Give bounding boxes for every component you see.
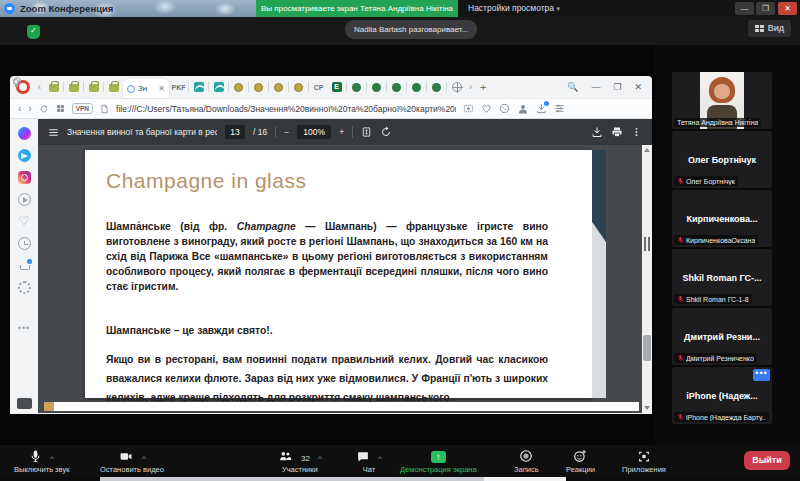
apps-button[interactable]: Приложения [622, 448, 666, 474]
chat-chevron[interactable]: ^ [378, 455, 382, 463]
speed-dial-icon[interactable] [56, 104, 65, 113]
telegram-icon[interactable] [18, 149, 31, 162]
zoom-out-button[interactable]: − [284, 127, 289, 137]
scrollbar-thumb[interactable] [643, 335, 651, 361]
profile-icon[interactable] [517, 103, 529, 115]
page-number-input[interactable]: 13 [225, 125, 245, 139]
participant-tile[interactable]: Дмитрий Резни... Дмитрий Резниченко [672, 308, 772, 365]
snapshot-icon[interactable] [463, 103, 474, 114]
browser-restore-button[interactable]: ❐ [607, 82, 627, 92]
participant-name-center: Дмитрий Резни... [672, 332, 772, 342]
tab-dot-icon[interactable] [428, 80, 445, 95]
downloads-icon[interactable] [536, 103, 547, 114]
tab-coin-icon[interactable] [250, 80, 267, 95]
stop-video-button[interactable]: ^ Остановить видео [100, 448, 164, 474]
participant-tile[interactable]: ••• iPhone (Надеж... iPhone (Надежда Бар… [672, 367, 772, 424]
vpn-badge[interactable]: VPN [72, 103, 93, 114]
pdf-menu-icon[interactable] [48, 127, 59, 138]
chat-button[interactable]: ^ Чат [356, 448, 382, 474]
downloads-tray-icon[interactable] [18, 259, 31, 272]
search-tabs-icon[interactable]: 🔍 [561, 82, 584, 92]
tab-chart-icon[interactable] [210, 80, 227, 95]
rotate-icon[interactable] [380, 126, 392, 138]
security-shield-icon[interactable] [27, 25, 40, 39]
scroll-down-arrow[interactable] [644, 406, 650, 410]
tab-globe-icon[interactable] [448, 80, 465, 95]
tab-coin-icon[interactable] [290, 80, 307, 95]
download-icon[interactable] [591, 126, 603, 138]
tab-scroll-left-icon[interactable]: ‹ [35, 82, 44, 92]
restore-button[interactable]: ❐ [756, 2, 775, 15]
tab-cp[interactable]: CP [310, 80, 327, 95]
tab-sheet-icon[interactable]: E [328, 80, 345, 95]
tab-pkf[interactable]: PKF [170, 80, 187, 95]
scroll-up-arrow[interactable] [644, 148, 650, 152]
windows-taskbar-edge [0, 477, 800, 481]
participant-tile[interactable]: Кирпиченкова... КирпиченковаОксана [672, 190, 772, 247]
instagram-icon[interactable] [18, 171, 31, 184]
participants-button[interactable]: 32^ Участники [278, 448, 322, 474]
mute-button[interactable]: ^ Выключить звук [14, 448, 69, 474]
view-settings-menu[interactable]: Настройки просмотра ▾ [468, 0, 560, 17]
video-options-chevron[interactable]: ^ [142, 455, 146, 463]
tab-dot-icon[interactable] [348, 80, 365, 95]
tab-close-icon[interactable]: ✕ [158, 84, 165, 93]
more-options-icon[interactable] [631, 126, 642, 138]
tab-shopping-icon[interactable] [105, 80, 122, 95]
bookmarks-heart-icon[interactable]: ♡ [18, 215, 31, 228]
reactions-button[interactable]: Реакции [566, 448, 595, 474]
tab-coin-icon[interactable] [270, 80, 287, 95]
sidebar-more-icon[interactable]: ••• [18, 325, 31, 338]
tab-chart-icon[interactable] [190, 80, 207, 95]
participant-tile[interactable]: Тетяна Андріївна Нікітіна [672, 72, 772, 129]
zoom-in-button[interactable]: + [339, 127, 344, 137]
pdf-page-area[interactable]: Champagne in glass Шампа́нське (від фр. … [38, 145, 652, 413]
print-icon[interactable] [611, 126, 623, 138]
back-icon[interactable]: ‹ [18, 104, 21, 114]
browser-minimize-button[interactable]: — [585, 82, 606, 92]
workspace-thumbnail[interactable] [17, 398, 32, 409]
participant-nametag: iPhone (Надежда Барту.. [674, 412, 769, 422]
tab-shopping-icon[interactable] [85, 80, 102, 95]
participant-tile[interactable]: Shkil Roman ГС-... Shkil Roman ГС-1-8 [672, 249, 772, 306]
bookmark-heart-icon[interactable] [481, 103, 492, 114]
player-icon[interactable] [18, 193, 31, 206]
tab-coin-icon[interactable] [230, 80, 247, 95]
share-screen-button[interactable]: ↑ Демонстрация экрана [400, 448, 477, 474]
forward-icon[interactable]: › [28, 104, 31, 114]
tab-shopping-icon[interactable] [65, 80, 82, 95]
tab-dot-icon[interactable] [408, 80, 425, 95]
browser-close-button[interactable]: ✕ [628, 82, 648, 92]
participants-chevron[interactable]: ^ [318, 455, 322, 463]
record-icon [519, 449, 533, 463]
zoom-level-input[interactable]: 100% [297, 125, 331, 139]
active-tab-label: Зн [138, 84, 147, 93]
tab-dot-icon[interactable] [368, 80, 385, 95]
view-button[interactable]: Вид [748, 20, 791, 37]
active-tab[interactable]: Зн ✕ [123, 79, 169, 98]
tab-shopping-icon[interactable] [45, 80, 62, 95]
history-clock-icon[interactable] [18, 237, 31, 250]
tips-bulb-icon[interactable] [18, 303, 31, 316]
tile-more-button[interactable]: ••• [753, 369, 770, 381]
mic-options-chevron[interactable]: ^ [50, 455, 54, 463]
easy-setup-icon[interactable] [554, 103, 565, 114]
record-button[interactable]: Запись [514, 448, 539, 474]
fit-page-icon[interactable] [361, 126, 372, 138]
settings-gear-icon[interactable] [18, 281, 31, 294]
reload-icon[interactable] [39, 104, 49, 114]
new-tab-button[interactable]: + [476, 81, 490, 93]
participant-tile[interactable]: Олег Бортнічук Олег Бортнічук [672, 131, 772, 188]
panel-resize-handle[interactable] [644, 237, 650, 251]
participants-label: Участники [282, 465, 318, 474]
leave-button[interactable]: Выйти [744, 451, 790, 470]
cookie-shield-icon[interactable] [499, 103, 510, 114]
pdf-scrollbar[interactable] [642, 145, 652, 413]
minimize-button[interactable]: — [735, 2, 754, 15]
tab-scroll-right-icon[interactable]: › [466, 82, 475, 92]
url-text[interactable]: file:///C:/Users/Татьяна/Downloads/Значе… [116, 104, 456, 114]
messenger-icon[interactable] [18, 127, 31, 140]
close-button[interactable]: ✕ [778, 2, 797, 15]
tab-dot-icon[interactable] [388, 80, 405, 95]
window-title: Zoom Конференция [20, 3, 113, 14]
